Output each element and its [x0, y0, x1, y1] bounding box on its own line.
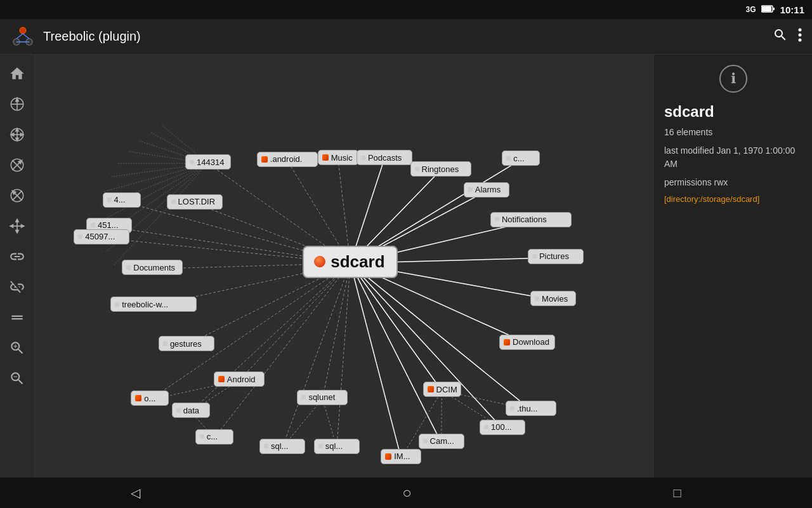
status-bar: 3G 10:11 [0, 0, 812, 19]
sidebar-compass-ne[interactable] [3, 151, 31, 179]
svg-line-52 [322, 264, 350, 399]
app-title: Treebolic (plugin) [43, 29, 765, 44]
node-title: sdcard [664, 103, 802, 121]
more-icon[interactable] [798, 27, 802, 46]
svg-line-6 [16, 34, 23, 39]
battery-icon [761, 5, 775, 15]
sidebar-move[interactable] [3, 304, 31, 331]
sidebar-compass-all[interactable] [3, 121, 31, 149]
svg-line-48 [350, 264, 441, 443]
svg-point-3 [20, 27, 26, 34]
svg-marker-34 [16, 231, 18, 233]
svg-rect-2 [762, 6, 771, 11]
svg-line-51 [282, 264, 350, 448]
sidebar-home[interactable] [3, 60, 31, 88]
nav-home[interactable]: ○ [402, 484, 412, 502]
svg-line-50 [337, 264, 350, 448]
sidebar [0, 55, 35, 478]
node-element-count: 16 elements [664, 126, 802, 139]
tree-graph: sdcard Music Podcasts Ringtones Alarms N… [35, 55, 653, 478]
svg-point-9 [799, 28, 802, 31]
sidebar-compass-n[interactable] [3, 90, 31, 118]
info-icon: ℹ [719, 65, 747, 93]
svg-line-87 [114, 163, 208, 265]
node-link[interactable]: [directory:/storage/sdcard] [664, 194, 802, 204]
nav-back[interactable]: ◁ [131, 485, 140, 500]
svg-line-47 [350, 264, 502, 429]
svg-marker-36 [22, 225, 24, 227]
sidebar-zoom-out[interactable] [3, 364, 31, 392]
svg-marker-35 [10, 225, 13, 227]
svg-line-49 [350, 264, 401, 458]
right-panel: ℹ sdcard 16 elements last modified Jan 1… [653, 55, 812, 478]
app-logo [10, 24, 36, 50]
time-display: 10:11 [780, 4, 804, 15]
sidebar-zoom-in[interactable] [3, 334, 31, 362]
node-permissions: permissions rwx [664, 176, 802, 189]
svg-line-7 [23, 34, 29, 39]
sidebar-expand[interactable] [3, 212, 31, 240]
sidebar-compass-nw[interactable] [3, 182, 31, 210]
svg-point-10 [799, 33, 802, 36]
signal-icon: 3G [746, 5, 756, 14]
node-last-modified: last modified Jan 1, 1970 1:00:00 AM [664, 144, 802, 171]
svg-line-66 [214, 264, 351, 438]
svg-rect-1 [773, 8, 775, 10]
sidebar-unlink[interactable] [3, 273, 31, 301]
sidebar-link[interactable] [3, 243, 31, 271]
svg-point-11 [799, 38, 802, 41]
search-icon[interactable] [773, 27, 788, 46]
nav-recent[interactable]: □ [673, 486, 681, 500]
app-bar: Treebolic (plugin) [0, 19, 812, 55]
main-content: sdcard Music Podcasts Ringtones Alarms N… [0, 55, 812, 478]
canvas-area[interactable]: sdcard Music Podcasts Ringtones Alarms N… [35, 55, 653, 478]
bottom-nav: ◁ ○ □ [0, 478, 812, 508]
svg-marker-33 [16, 219, 18, 222]
